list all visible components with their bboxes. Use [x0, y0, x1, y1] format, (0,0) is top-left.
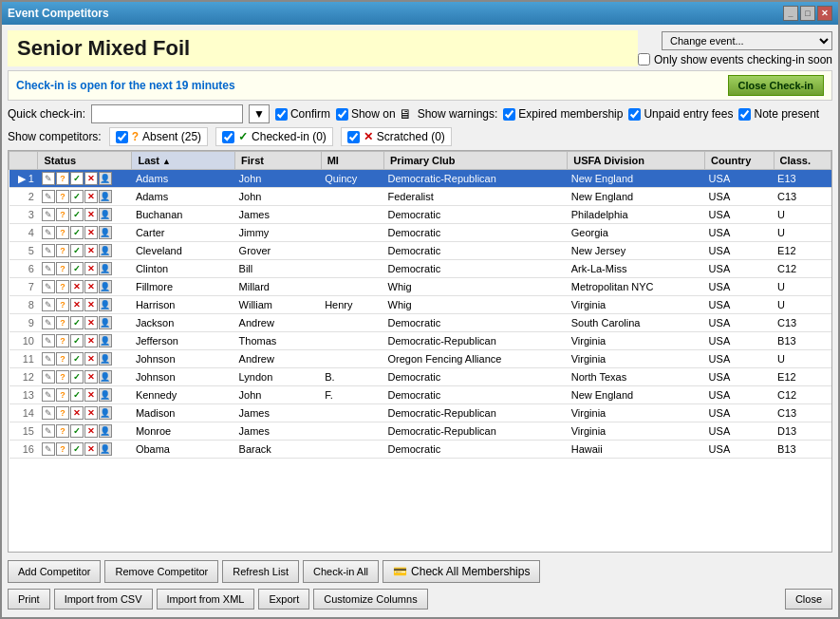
person-icon[interactable]: 👤 [99, 244, 112, 257]
note-checkbox[interactable] [738, 108, 751, 121]
row-status[interactable]: ✎?✕✕👤 [38, 278, 132, 296]
confirm-checkbox[interactable] [275, 108, 288, 121]
q-icon[interactable]: ? [56, 316, 69, 329]
row-status[interactable]: ✎?✓✕👤 [38, 368, 132, 386]
q-icon[interactable]: ? [56, 298, 69, 311]
q-icon[interactable]: ? [56, 190, 69, 203]
unpaid-checkbox[interactable] [628, 108, 641, 121]
check-icon[interactable]: ✓ [70, 262, 84, 275]
person-icon[interactable]: 👤 [99, 370, 112, 384]
remove-competitor-button[interactable]: Remove Competitor [104, 560, 218, 583]
q-icon[interactable]: ? [56, 244, 69, 257]
expired-checkbox[interactable] [503, 108, 515, 121]
x-icon[interactable]: ✕ [84, 262, 98, 275]
table-row[interactable]: 5✎?✓✕👤ClevelandGroverDemocraticNew Jerse… [9, 242, 831, 260]
check-icon[interactable]: ✓ [70, 424, 84, 438]
table-row[interactable]: 11✎?✓✕👤JohnsonAndrewOregon Fencing Allia… [9, 350, 831, 368]
edit-icon[interactable]: ✎ [42, 226, 55, 239]
edit-icon[interactable]: ✎ [42, 388, 55, 402]
import-xml-button[interactable]: Import from XML [157, 589, 255, 610]
edit-icon[interactable]: ✎ [42, 442, 55, 456]
check-icon[interactable]: ✓ [70, 226, 84, 239]
edit-icon[interactable]: ✎ [42, 190, 55, 203]
checkedin-checkbox[interactable] [222, 131, 234, 143]
maximize-button[interactable]: □ [800, 6, 815, 21]
checkin-all-button[interactable]: Check-in All [303, 560, 379, 583]
import-csv-button[interactable]: Import from CSV [54, 589, 153, 610]
x-icon[interactable]: ✕ [84, 226, 98, 239]
x-icon[interactable]: ✕ [84, 208, 98, 221]
col-last[interactable]: Last ▲ [132, 152, 235, 170]
edit-icon[interactable]: ✎ [42, 244, 55, 257]
edit-icon[interactable]: ✎ [42, 172, 55, 185]
quick-checkin-dropdown[interactable]: ▼ [249, 104, 270, 123]
table-row[interactable]: 12✎?✓✕👤JohnsonLyndonB.DemocraticNorth Te… [9, 368, 831, 386]
edit-icon[interactable]: ✎ [42, 298, 55, 311]
q-icon[interactable]: ? [56, 172, 69, 185]
x-icon[interactable]: ✕ [70, 406, 84, 420]
change-event-dropdown[interactable]: Change event... [662, 31, 832, 50]
col-status[interactable]: Status [38, 152, 132, 170]
q-icon[interactable]: ? [56, 406, 69, 420]
refresh-list-button[interactable]: Refresh List [222, 560, 299, 583]
person-icon[interactable]: 👤 [99, 316, 112, 329]
row-status[interactable]: ✎?✓✕👤 [38, 332, 132, 350]
q-icon[interactable]: ? [56, 424, 69, 438]
edit-icon[interactable]: ✎ [42, 316, 55, 329]
check-icon[interactable]: ✓ [70, 190, 84, 203]
check-icon[interactable]: ✓ [70, 208, 84, 221]
table-row[interactable]: 9✎?✓✕👤JacksonAndrewDemocraticSouth Carol… [9, 314, 831, 332]
close-button[interactable]: Close [785, 589, 832, 610]
person-icon[interactable]: 👤 [99, 280, 112, 293]
person-icon[interactable]: 👤 [99, 406, 112, 420]
person-icon[interactable]: 👤 [99, 262, 112, 275]
person-icon[interactable]: 👤 [99, 442, 112, 456]
col-mi[interactable]: MI [321, 152, 383, 170]
x-icon[interactable]: ✕ [84, 316, 98, 329]
check-icon[interactable]: ✓ [70, 370, 84, 384]
quick-checkin-input[interactable] [91, 104, 243, 123]
edit-icon[interactable]: ✎ [42, 262, 55, 275]
q-icon[interactable]: ? [56, 388, 69, 402]
edit-icon[interactable]: ✎ [42, 370, 55, 384]
x-icon[interactable]: ✕ [84, 370, 98, 384]
table-row[interactable]: 13✎?✓✕👤KennedyJohnF.DemocraticNew Englan… [9, 386, 831, 404]
row-status[interactable]: ✎?✓✕👤 [38, 386, 132, 404]
q-icon[interactable]: ? [56, 334, 69, 347]
row-status[interactable]: ✎?✓✕👤 [38, 422, 132, 441]
col-first[interactable]: First [235, 152, 322, 170]
x-icon[interactable]: ✕ [84, 190, 98, 203]
checkedin-filter[interactable]: ✓ Checked-in (0) [215, 127, 333, 146]
check-icon[interactable]: ✓ [70, 316, 84, 329]
print-button[interactable]: Print [8, 589, 50, 610]
table-row[interactable]: ▶ 1✎?✓✕👤AdamsJohnQuincyDemocratic-Republ… [9, 170, 831, 188]
q-icon[interactable]: ? [56, 370, 69, 384]
row-status[interactable]: ✎?✓✕👤 [38, 224, 132, 242]
check-icon[interactable]: ✓ [70, 334, 84, 347]
only-show-checkin-checkbox[interactable] [638, 53, 650, 66]
q-icon[interactable]: ? [56, 226, 69, 239]
show-on-checkbox[interactable] [336, 108, 348, 121]
x-icon[interactable]: ✕ [84, 406, 98, 420]
check-icon[interactable]: ✓ [70, 352, 84, 366]
person-icon[interactable]: 👤 [99, 388, 112, 402]
table-row[interactable]: 2✎?✓✕👤AdamsJohnFederalistNew EnglandUSAC… [9, 188, 831, 206]
q-icon[interactable]: ? [56, 262, 69, 275]
q-icon[interactable]: ? [56, 280, 69, 293]
row-status[interactable]: ✎?✓✕👤 [38, 242, 132, 260]
row-status[interactable]: ✎?✓✕👤 [38, 314, 132, 332]
table-row[interactable]: 15✎?✓✕👤MonroeJamesDemocratic-RepublicanV… [9, 422, 831, 441]
row-status[interactable]: ✎?✓✕👤 [38, 441, 132, 459]
table-row[interactable]: 16✎?✓✕👤ObamaBarackDemocraticHawaiiUSAB13 [9, 441, 831, 459]
minimize-button[interactable]: _ [783, 6, 798, 21]
x-icon[interactable]: ✕ [84, 442, 98, 456]
x-icon[interactable]: ✕ [84, 424, 98, 438]
row-status[interactable]: ✎?✓✕👤 [38, 260, 132, 278]
check-icon[interactable]: ✓ [70, 244, 84, 257]
x-icon[interactable]: ✕ [84, 280, 98, 293]
check-all-memberships-button[interactable]: 💳 Check All Memberships [383, 560, 540, 583]
add-competitor-button[interactable]: Add Competitor [8, 560, 101, 583]
table-row[interactable]: 8✎?✕✕👤HarrisonWilliamHenryWhigVirginiaUS… [9, 296, 831, 314]
table-row[interactable]: 4✎?✓✕👤CarterJimmyDemocraticGeorgiaUSAU [9, 224, 831, 242]
x-icon[interactable]: ✕ [84, 352, 98, 366]
